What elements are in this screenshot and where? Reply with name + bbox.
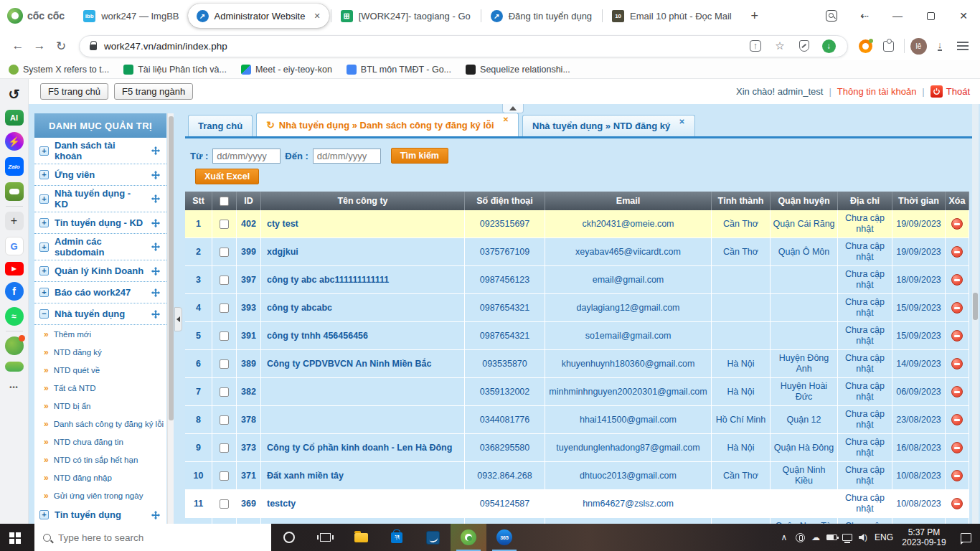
messenger-icon[interactable]: ⚡ <box>5 132 24 151</box>
move-icon[interactable] <box>151 170 161 180</box>
expand-icon[interactable]: + <box>39 510 49 519</box>
sidebar-item-nha-tuyen-dung[interactable]: − Nhà tuyển dụng <box>34 303 166 325</box>
adblock-shield-icon[interactable] <box>796 37 813 55</box>
address-bar[interactable]: work247.vn/admin/index.php ↑ ☆ ↓ <box>79 35 848 57</box>
history-icon[interactable]: ↺ <box>5 85 24 103</box>
divider[interactable] <box>6 206 23 207</box>
sidebar-item-label[interactable]: Ứng viên <box>55 169 145 180</box>
row-company[interactable]: công ty abcabc <box>261 294 465 322</box>
cortana-button[interactable] <box>271 524 307 551</box>
sidebar-item-label[interactable]: Tin tuyển dụng - KD <box>55 217 145 228</box>
sidebar-item-label[interactable]: Thêm mới <box>54 330 166 339</box>
move-icon[interactable] <box>151 266 161 276</box>
delete-icon[interactable] <box>951 358 963 369</box>
row-company[interactable] <box>261 406 465 434</box>
delete-icon[interactable] <box>951 246 963 258</box>
row-checkbox[interactable] <box>220 471 229 481</box>
browser-tab-sheets[interactable]: ⊞ [WORK247]- taogiang - Go <box>329 0 479 32</box>
content-scrollbar-thumb[interactable] <box>973 293 978 320</box>
search-button[interactable]: Tìm kiếm <box>391 148 448 164</box>
select-all-checkbox[interactable] <box>220 197 229 206</box>
close-icon[interactable]: ✕ <box>947 0 980 32</box>
bookmark-item[interactable]: System X refers to t... <box>9 65 109 75</box>
bookmark-item[interactable]: Meet - eiy-teoy-kon <box>241 65 332 75</box>
start-button[interactable] <box>0 524 34 551</box>
sidebar-item-admin-cac-subdomain[interactable]: + Admin các subdomain <box>34 234 166 260</box>
sidebar-item-label[interactable]: Quản lý Kinh Doanh <box>55 265 145 276</box>
onedrive-icon[interactable]: ☁ <box>808 532 824 542</box>
expand-icon[interactable]: − <box>39 309 49 319</box>
zalo-icon[interactable]: Zalo <box>5 157 24 176</box>
sidebar-item-danh-sach-cong-ty-dang-ky-loi[interactable]: » Danh sách công ty đăng ký lỗi <box>34 415 166 433</box>
row-checkbox[interactable] <box>220 220 229 229</box>
row-checkbox[interactable] <box>220 443 229 453</box>
sidebar-item-label[interactable]: Báo cáo work247 <box>55 287 145 298</box>
search-tabs-icon[interactable] <box>815 0 848 32</box>
sidebar-item-label[interactable]: Admin các subdomain <box>55 236 145 258</box>
sidebar-item-label[interactable]: Tin tuyển dụng <box>55 509 145 520</box>
share-icon[interactable]: ↑ <box>747 37 764 55</box>
row-company[interactable]: Công ty Cổ phần kinh doanh - Len Hà Đông <box>261 434 465 462</box>
games-icon[interactable] <box>5 182 24 201</box>
sidebar-item-them-moi[interactable]: » Thêm mới <box>34 325 166 343</box>
microsoft-store-button[interactable] <box>379 524 415 551</box>
sidebar-item-label[interactable]: NTD quét về <box>54 366 166 375</box>
sidebar-item-label[interactable]: NTD có tin sắp hết hạn <box>54 456 166 464</box>
header-delete[interactable]: Xóa <box>946 192 969 210</box>
tray-expand-icon[interactable]: ∧ <box>776 532 792 542</box>
lock-icon[interactable] <box>90 44 97 50</box>
to-date-input[interactable] <box>313 149 381 164</box>
bookmark-item[interactable]: Tài liệu Phân tích và... <box>123 65 227 75</box>
file-explorer-button[interactable] <box>343 524 379 551</box>
logout-link[interactable]: Thoát <box>930 85 970 98</box>
row-checkbox[interactable] <box>220 331 229 341</box>
expand-icon[interactable]: + <box>39 194 49 204</box>
action-center-button[interactable] <box>951 524 980 551</box>
downloads-icon[interactable]: ↓ <box>930 36 950 56</box>
delete-icon[interactable] <box>951 218 963 230</box>
sidebar-item-gui-ung-vien-trong-ngay[interactable]: » Gửi ứng viên trong ngày <box>34 486 166 504</box>
add-shortcut-icon[interactable]: + <box>5 212 24 230</box>
delete-icon[interactable] <box>951 330 963 342</box>
delete-icon[interactable] <box>951 498 963 509</box>
tab-close-icon[interactable]: ✕ <box>679 118 684 126</box>
sidebar-item-quan-ly-kinh-doanh[interactable]: + Quản lý Kinh Doanh <box>34 260 166 282</box>
row-checkbox[interactable] <box>220 387 229 397</box>
content-scrollbar[interactable] <box>972 104 979 524</box>
sidebar-item-label[interactable]: NTD đăng nhập <box>54 474 166 482</box>
bookmark-item[interactable]: BTL môn TMĐT - Go... <box>347 65 451 75</box>
delete-icon[interactable] <box>951 442 963 453</box>
your-phone-icon[interactable] <box>792 533 808 542</box>
expand-icon[interactable]: + <box>39 218 49 227</box>
sidebar-collapse-handle[interactable] <box>174 307 182 331</box>
sidebar-item-label[interactable]: NTD đăng ký <box>54 348 166 357</box>
delete-icon[interactable] <box>951 386 963 397</box>
coccoc-promo-icon[interactable] <box>5 336 24 355</box>
header-email[interactable]: Email <box>545 192 712 210</box>
move-icon[interactable] <box>151 510 161 520</box>
move-icon[interactable] <box>151 288 161 298</box>
row-company[interactable]: công ty abc abc111111111111 <box>261 266 465 294</box>
sidebar-item-label[interactable]: Nhà tuyển dụng <box>55 309 145 319</box>
sidebar-item-danh-sach-tai-khoan[interactable]: + Danh sách tài khoản <box>34 138 166 164</box>
sidebar-item-tat-ca-ntd[interactable]: » Tất cả NTD <box>34 379 166 397</box>
header-time[interactable]: Thời gian <box>892 192 946 210</box>
divider[interactable] <box>6 331 23 331</box>
tab-ntd-dang-ky[interactable]: Nhà tuyển dụng » NTD đăng ký ✕ <box>522 115 695 136</box>
refresh-icon[interactable]: ↻ <box>266 119 275 131</box>
spotify-icon[interactable]: ≈ <box>5 307 24 326</box>
download-ready-icon[interactable]: ↓ <box>820 37 837 55</box>
delete-icon[interactable] <box>951 470 963 481</box>
taskbar-search-input[interactable] <box>58 532 245 543</box>
header-address[interactable]: Địa chỉ <box>838 192 892 210</box>
row-checkbox[interactable] <box>220 276 229 285</box>
from-date-input[interactable] <box>212 149 281 164</box>
google-translate-icon[interactable]: G <box>5 237 24 255</box>
maximize-icon[interactable] <box>914 0 947 32</box>
sidebar-item-label[interactable]: NTD chưa đăng tin <box>54 438 166 446</box>
expand-icon[interactable]: + <box>39 146 49 156</box>
youtube-icon[interactable]: ▶ <box>5 262 24 276</box>
sidebar-scrollbar[interactable] <box>167 113 174 524</box>
row-checkbox[interactable] <box>220 248 229 257</box>
header-phone[interactable]: Số điện thoại <box>465 192 545 210</box>
